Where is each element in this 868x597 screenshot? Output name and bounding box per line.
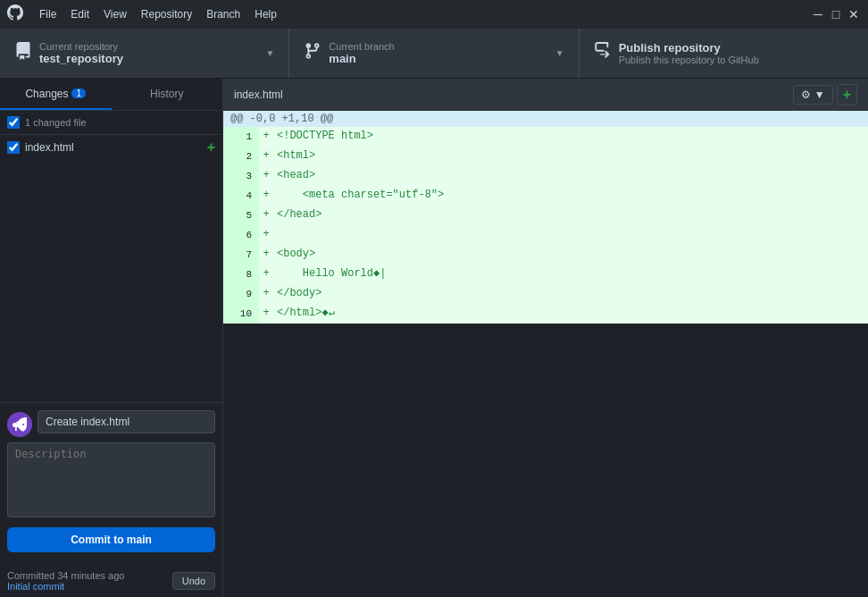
publish-repository-button[interactable]: Publish repository Publish this reposito… xyxy=(580,29,868,78)
changed-files-header: 1 changed file xyxy=(0,111,222,135)
commit-history-info: Committed 34 minutes ago Initial commit xyxy=(7,570,124,592)
diff-hunk-header: @@ -0,0 +1,10 @@ xyxy=(223,111,868,127)
publish-title: Publish repository xyxy=(619,41,759,55)
window-controls: ─ □ ✕ xyxy=(811,7,861,21)
diff-line: 9 + </body> xyxy=(223,284,868,304)
main-layout: Changes 1 History 1 changed file index.h… xyxy=(0,79,868,597)
file-item[interactable]: index.html + xyxy=(0,135,222,160)
changes-badge: 1 xyxy=(71,88,86,98)
commit-button[interactable]: Commit to main xyxy=(7,527,215,552)
branch-text: Current branch main xyxy=(329,41,547,65)
tab-history[interactable]: History xyxy=(112,79,223,110)
sidebar: Changes 1 History 1 changed file index.h… xyxy=(0,79,223,597)
changed-files-count: 1 changed file xyxy=(25,117,87,128)
diff-line: 5 + </head> xyxy=(223,206,868,225)
diff-line: 4 + <meta charset="utf-8"> xyxy=(223,186,868,206)
menu-branch[interactable]: Branch xyxy=(201,6,246,22)
diff-line: 10 + </html>◆↵ xyxy=(223,304,868,324)
diff-area: index.html ⚙ ▼ + @@ -0,0 +1,10 @@ 1 + <!… xyxy=(223,79,868,597)
branch-chevron-icon: ▼ xyxy=(555,48,564,58)
file-added-icon: + xyxy=(207,139,215,156)
menu-edit[interactable]: Edit xyxy=(65,6,95,22)
diff-filename: index.html xyxy=(234,88,283,101)
diff-content: @@ -0,0 +1,10 @@ 1 + <!DOCTYPE html> 2 +… xyxy=(223,111,868,597)
toolbar: Current repository test_repository ▼ Cur… xyxy=(0,29,868,79)
committed-time: Committed 34 minutes ago xyxy=(7,570,124,581)
sidebar-spacer xyxy=(0,160,222,402)
sidebar-tabs: Changes 1 History xyxy=(0,79,222,111)
publish-subtitle: Publish this repository to GitHub xyxy=(619,55,759,65)
avatar xyxy=(7,412,32,437)
titlebar: File Edit View Repository Branch Help ─ … xyxy=(0,0,868,29)
menu-repository[interactable]: Repository xyxy=(136,6,197,22)
repo-chevron-icon: ▼ xyxy=(265,48,274,58)
file-name: index.html xyxy=(25,141,74,154)
diff-line: 3 + <head> xyxy=(223,166,868,186)
repo-icon xyxy=(14,42,32,64)
diff-header: index.html ⚙ ▼ + xyxy=(223,79,868,111)
file-checkbox[interactable] xyxy=(7,141,20,154)
commit-footer: Committed 34 minutes ago Initial commit … xyxy=(0,567,222,597)
publish-text: Publish repository Publish this reposito… xyxy=(619,41,759,65)
commit-input-row xyxy=(7,410,215,437)
commit-message-input[interactable] xyxy=(38,410,215,433)
github-logo-icon xyxy=(7,4,23,25)
menu-bar: File Edit View Repository Branch Help xyxy=(34,6,282,22)
repo-label: Current repository xyxy=(39,41,258,52)
branch-label: Current branch xyxy=(329,41,547,52)
diff-actions: ⚙ ▼ + xyxy=(793,84,857,105)
diff-line: 6 + xyxy=(223,225,868,245)
menu-view[interactable]: View xyxy=(98,6,132,22)
diff-line: 8 + Hello World◆| xyxy=(223,265,868,284)
publish-icon xyxy=(594,42,612,64)
gear-icon: ⚙ xyxy=(801,88,811,101)
repo-name: test_repository xyxy=(39,52,258,65)
diff-line: 7 + <body> xyxy=(223,245,868,265)
commit-description-input[interactable] xyxy=(7,442,215,517)
diff-add-button[interactable]: + xyxy=(837,84,857,105)
settings-chevron-icon: ▼ xyxy=(814,88,825,101)
tab-changes[interactable]: Changes 1 xyxy=(0,79,112,110)
menu-help[interactable]: Help xyxy=(249,6,282,22)
undo-button[interactable]: Undo xyxy=(172,572,215,590)
menu-file[interactable]: File xyxy=(34,6,62,22)
diff-settings-button[interactable]: ⚙ ▼ xyxy=(793,85,833,105)
minimize-button[interactable]: ─ xyxy=(811,7,825,21)
current-repository-section[interactable]: Current repository test_repository ▼ xyxy=(0,29,289,78)
branch-icon xyxy=(304,42,321,64)
commit-area: Commit to main xyxy=(0,402,222,559)
diff-line: 2 + <html> xyxy=(223,147,868,166)
select-all-checkbox[interactable] xyxy=(7,116,20,129)
close-button[interactable]: ✕ xyxy=(847,7,861,21)
maximize-button[interactable]: □ xyxy=(829,7,843,21)
hunk-header-text: @@ -0,0 +1,10 @@ xyxy=(230,113,333,125)
diff-line: 1 + <!DOCTYPE html> xyxy=(223,127,868,147)
branch-name: main xyxy=(329,52,547,65)
initial-commit-link[interactable]: Initial commit xyxy=(7,581,64,592)
current-branch-section[interactable]: Current branch main ▼ xyxy=(289,29,579,78)
repo-text: Current repository test_repository xyxy=(39,41,258,65)
